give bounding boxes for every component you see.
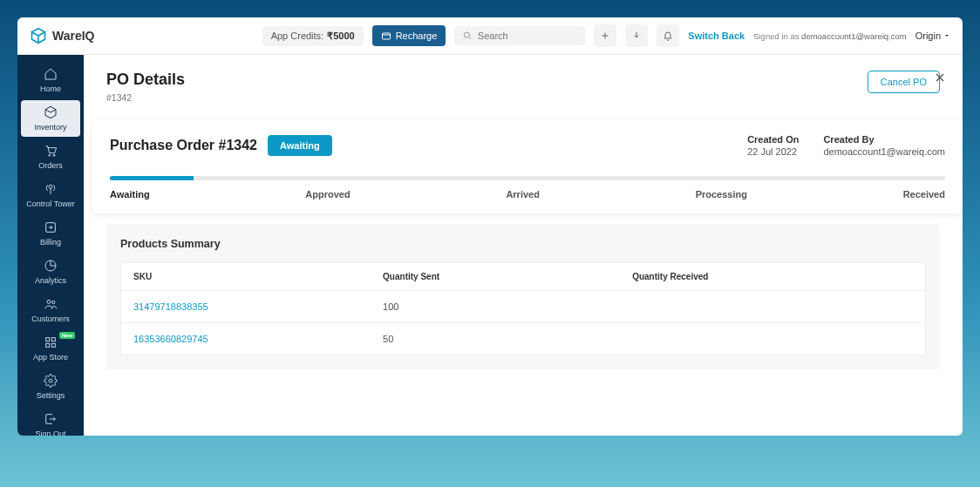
credits-label: App Credits: xyxy=(271,30,324,42)
search-icon xyxy=(463,30,472,41)
col-sent-header: Quantity Sent xyxy=(383,272,632,281)
page-title: PO Details xyxy=(106,71,185,89)
sidebar-item-orders[interactable]: Orders xyxy=(21,139,80,175)
sidebar-item-inventory[interactable]: Inventory xyxy=(21,100,80,137)
signout-icon xyxy=(44,412,58,426)
svg-point-13 xyxy=(49,379,52,382)
chevron-down-icon xyxy=(943,32,950,39)
step-processing: Processing xyxy=(696,189,747,200)
products-summary-card: Products Summary SKU Quantity Sent Quant… xyxy=(106,224,940,369)
sku-link[interactable]: 16353660829745 xyxy=(133,334,208,344)
qty-sent-cell: 100 xyxy=(383,301,632,312)
bell-icon xyxy=(663,30,673,41)
recharge-button[interactable]: Recharge xyxy=(372,25,446,46)
sidebar-item-analytics[interactable]: Analytics xyxy=(21,254,80,290)
sidebar-item-label: Billing xyxy=(40,238,61,247)
sidebar-item-home[interactable]: Home xyxy=(21,62,80,98)
search-input[interactable] xyxy=(478,30,577,41)
sidebar-item-label: Orders xyxy=(38,161,63,170)
search-input-wrap[interactable] xyxy=(454,26,585,45)
svg-rect-12 xyxy=(51,343,55,347)
gear-icon xyxy=(44,374,58,388)
new-badge: New xyxy=(59,332,75,339)
main-content: PO Details #1342 Cancel PO Purchase Orde… xyxy=(84,55,963,436)
po-summary-card: Purchase Order #1342 Awaiting Created On… xyxy=(92,120,963,213)
sidebar-item-control-tower[interactable]: Control Tower xyxy=(21,177,80,213)
download-icon xyxy=(631,30,642,41)
col-received-header: Quantity Received xyxy=(632,272,913,281)
svg-point-8 xyxy=(52,301,55,303)
cart-icon xyxy=(44,144,58,158)
plus-icon xyxy=(600,30,610,41)
chart-icon xyxy=(44,259,58,273)
sidebar-item-label: Settings xyxy=(37,391,65,400)
created-on-value: 22 Jul 2022 xyxy=(747,146,799,157)
add-button[interactable] xyxy=(594,24,616,47)
svg-rect-11 xyxy=(46,343,50,347)
cancel-po-button[interactable]: Cancel PO xyxy=(868,71,940,93)
po-title: Purchase Order #1342 xyxy=(110,138,257,153)
svg-point-1 xyxy=(465,32,470,37)
recharge-label: Recharge xyxy=(396,30,438,41)
qty-received-cell xyxy=(632,301,913,312)
col-sku-header: SKU xyxy=(133,272,383,281)
apps-icon xyxy=(44,335,58,349)
qty-sent-cell: 50 xyxy=(383,334,632,344)
cube-icon xyxy=(30,27,47,44)
close-icon xyxy=(933,71,947,85)
sidebar-item-label: Sign Out xyxy=(35,430,65,436)
step-approved: Approved xyxy=(305,189,350,200)
qty-received-cell xyxy=(632,334,913,344)
box-icon xyxy=(44,105,58,119)
close-button[interactable] xyxy=(933,71,947,88)
po-status-badge: Awaiting xyxy=(268,135,332,156)
switch-back-link[interactable]: Switch Back xyxy=(688,30,745,41)
created-on-label: Created On xyxy=(747,134,799,145)
brand-text: WareIQ xyxy=(52,29,95,43)
svg-rect-0 xyxy=(382,33,390,39)
svg-point-7 xyxy=(47,300,51,303)
svg-point-4 xyxy=(49,185,52,188)
progress-fill xyxy=(110,176,194,180)
sidebar-item-billing[interactable]: Billing xyxy=(21,215,80,252)
progress-tracker: Awaiting Approved Arrived Processing Rec… xyxy=(110,176,945,200)
notifications-button[interactable] xyxy=(657,24,679,47)
svg-point-3 xyxy=(53,154,55,156)
sidebar-item-sign-out[interactable]: Sign Out xyxy=(21,407,80,436)
svg-rect-10 xyxy=(51,338,55,342)
topbar: WareIQ App Credits: ₹5000 Recharge Switc… xyxy=(17,17,963,55)
svg-rect-9 xyxy=(46,338,50,342)
table-row: 16353660829745 50 xyxy=(121,323,925,355)
wallet-icon xyxy=(381,30,391,41)
table-header: SKU Quantity Sent Quantity Received xyxy=(121,263,925,291)
sidebar-item-label: Customers xyxy=(31,315,70,323)
progress-bar xyxy=(110,176,945,180)
brand-logo[interactable]: WareIQ xyxy=(30,27,95,44)
signed-in-email: demoaccount1@wareiq.com xyxy=(801,31,907,41)
origin-label: Origin xyxy=(915,30,941,41)
tower-icon xyxy=(44,182,58,196)
sku-link[interactable]: 31479718838355 xyxy=(133,301,208,312)
sidebar-item-customers[interactable]: Customers xyxy=(21,292,80,328)
signed-in-prefix: Signed in as xyxy=(753,31,799,41)
created-by-block: Created By demoaccount1@wareiq.com xyxy=(823,134,945,157)
sidebar-item-label: Inventory xyxy=(34,123,66,132)
table-row: 31479718838355 100 xyxy=(121,291,925,323)
users-icon xyxy=(44,297,58,311)
origin-dropdown[interactable]: Origin xyxy=(915,30,950,41)
home-icon xyxy=(44,67,58,81)
sidebar-item-label: Control Tower xyxy=(26,200,74,208)
sidebar-item-settings[interactable]: Settings xyxy=(21,369,80,405)
app-credits-chip: App Credits: ₹5000 xyxy=(262,26,364,46)
products-summary-title: Products Summary xyxy=(120,238,926,250)
download-button[interactable] xyxy=(625,24,648,47)
sidebar-item-app-store[interactable]: New App Store xyxy=(21,330,80,367)
created-on-block: Created On 22 Jul 2022 xyxy=(747,134,799,157)
sidebar-item-label: Analytics xyxy=(35,276,66,285)
step-received: Received xyxy=(903,189,945,200)
arrow-square-icon xyxy=(44,220,58,234)
signed-in-text: Signed in as demoaccount1@wareiq.com xyxy=(753,31,906,41)
sidebar: Home Inventory Orders Control Tower Bill… xyxy=(17,55,84,436)
products-table: SKU Quantity Sent Quantity Received 3147… xyxy=(120,262,926,355)
sidebar-item-label: Home xyxy=(40,85,61,93)
